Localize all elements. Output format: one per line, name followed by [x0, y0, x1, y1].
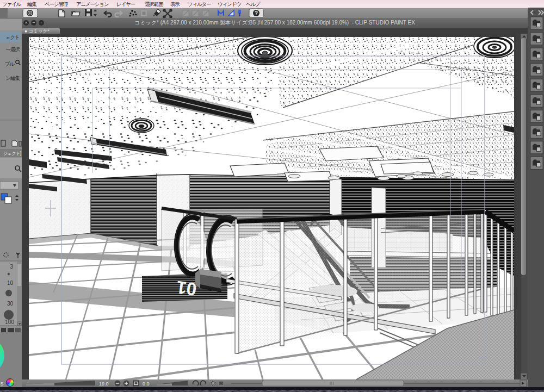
svg-text:ブル: ブル	[5, 61, 15, 67]
svg-text:0.0: 0.0	[143, 381, 150, 387]
svg-text:ン編集: ン編集	[5, 75, 20, 81]
svg-text:19.0: 19.0	[99, 381, 109, 387]
svg-text:?: ?	[255, 10, 258, 16]
svg-text:01: 01	[175, 277, 197, 300]
svg-text:30: 30	[7, 301, 14, 307]
svg-text:100: 100	[5, 319, 14, 325]
svg-text:5: 5	[1, 381, 3, 387]
svg-text:一選択: 一選択	[6, 46, 20, 52]
svg-text:ジェクト]: ジェクト]	[3, 151, 21, 156]
svg-text:10: 10	[7, 280, 14, 286]
svg-text:ェクト: ェクト	[5, 34, 20, 40]
svg-text:3: 3	[10, 264, 13, 270]
